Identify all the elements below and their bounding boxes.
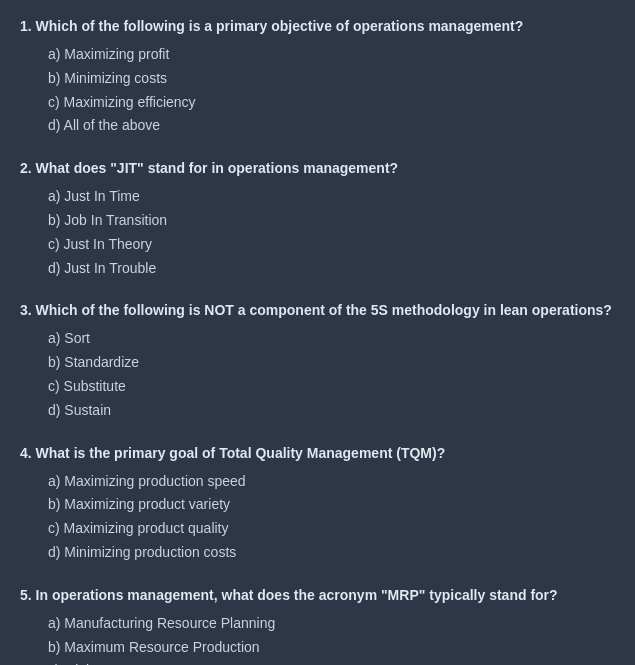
option-item-2-4: d) Just In Trouble (48, 257, 615, 281)
option-item-4-3: c) Maximizing product quality (48, 517, 615, 541)
option-item-3-1: a) Sort (48, 327, 615, 351)
question-block-1: 1. Which of the following is a primary o… (20, 16, 615, 138)
question-text-1: 1. Which of the following is a primary o… (20, 16, 615, 37)
options-list-2: a) Just In Timeb) Job In Transitionc) Ju… (20, 185, 615, 280)
question-block-4: 4. What is the primary goal of Total Qua… (20, 443, 615, 565)
question-text-4: 4. What is the primary goal of Total Qua… (20, 443, 615, 464)
options-list-5: a) Manufacturing Resource Planningb) Max… (20, 612, 615, 665)
options-list-3: a) Sortb) Standardizec) Substituted) Sus… (20, 327, 615, 422)
option-item-1-4: d) All of the above (48, 114, 615, 138)
option-item-1-3: c) Maximizing efficiency (48, 91, 615, 115)
question-block-2: 2. What does "JIT" stand for in operatio… (20, 158, 615, 280)
options-list-1: a) Maximizing profitb) Minimizing costsc… (20, 43, 615, 138)
option-item-4-2: b) Maximizing product variety (48, 493, 615, 517)
option-item-4-1: a) Maximizing production speed (48, 470, 615, 494)
option-item-3-2: b) Standardize (48, 351, 615, 375)
option-item-4-4: d) Minimizing production costs (48, 541, 615, 565)
option-item-5-1: a) Manufacturing Resource Planning (48, 612, 615, 636)
quiz-container: 1. Which of the following is a primary o… (20, 16, 615, 665)
question-block-5: 5. In operations management, what does t… (20, 585, 615, 665)
question-text-2: 2. What does "JIT" stand for in operatio… (20, 158, 615, 179)
question-text-5: 5. In operations management, what does t… (20, 585, 615, 606)
option-item-2-3: c) Just In Theory (48, 233, 615, 257)
option-item-3-3: c) Substitute (48, 375, 615, 399)
question-block-3: 3. Which of the following is NOT a compo… (20, 300, 615, 422)
option-item-5-2: b) Maximum Resource Production (48, 636, 615, 660)
options-list-4: a) Maximizing production speedb) Maximiz… (20, 470, 615, 565)
option-item-2-1: a) Just In Time (48, 185, 615, 209)
option-item-5-3: c) Minimum Resource Procurement (48, 659, 615, 665)
question-text-3: 3. Which of the following is NOT a compo… (20, 300, 615, 321)
option-item-1-1: a) Maximizing profit (48, 43, 615, 67)
option-item-3-4: d) Sustain (48, 399, 615, 423)
option-item-2-2: b) Job In Transition (48, 209, 615, 233)
option-item-1-2: b) Minimizing costs (48, 67, 615, 91)
